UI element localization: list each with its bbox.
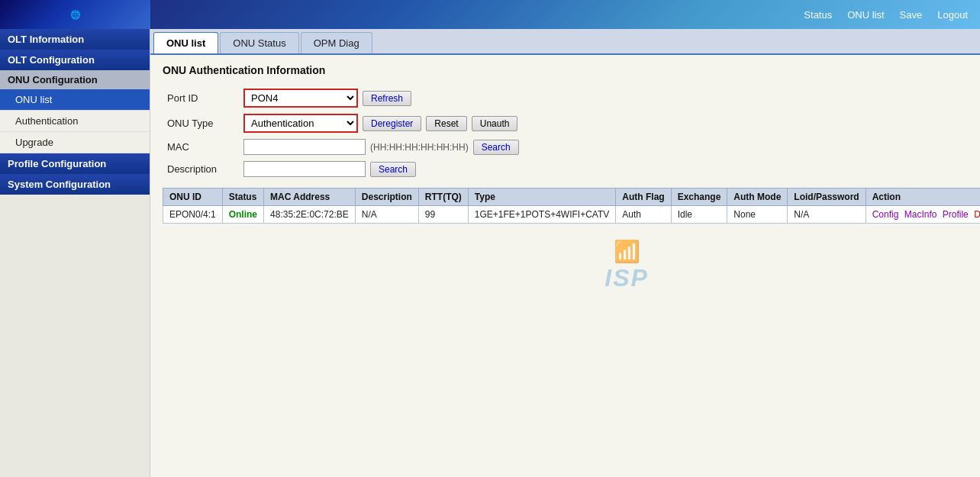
description-input[interactable]: [243, 161, 366, 177]
cell-loid-password: N/A: [788, 206, 866, 224]
col-description: Description: [355, 189, 418, 206]
form-table: Port ID PON1 PON2 PON3 PON4 PON5 PON6 PO…: [163, 85, 524, 180]
sidebar-item-system-configuration[interactable]: System Configuration: [0, 174, 150, 195]
sidebar: OLT Information OLT Configuration ONU Co…: [0, 29, 150, 477]
sidebar-item-onu-list[interactable]: ONU list: [0, 89, 150, 111]
cell-rtt: 99: [418, 206, 468, 224]
tab-onu-status[interactable]: ONU Status: [220, 32, 298, 53]
cell-status: Online: [222, 206, 263, 224]
top-nav: Status ONU list Save Logout: [804, 9, 968, 21]
col-auth-mode: Auth Mode: [727, 189, 788, 206]
deregister-button[interactable]: Deregister: [363, 116, 421, 131]
watermark: 📶 ISP: [163, 224, 980, 308]
port-id-row: Port ID PON1 PON2 PON3 PON4 PON5 PON6 PO…: [163, 85, 524, 111]
cell-auth-flag: Auth: [616, 206, 671, 224]
mac-control: (HH:HH:HH:HH:HH:HH) Search: [243, 139, 519, 155]
onu-type-row: ONU Type Authentication All Deregister R…: [163, 111, 524, 136]
search-mac-button[interactable]: Search: [473, 140, 519, 155]
layout: OLT Information OLT Configuration ONU Co…: [0, 29, 980, 477]
main-content: ONU list ONU Status OPM Diag ONU Authent…: [150, 29, 980, 477]
sidebar-item-upgrade[interactable]: Upgrade: [0, 132, 150, 153]
tab-opm-diag[interactable]: OPM Diag: [301, 32, 372, 53]
wifi-icon: 📶: [604, 239, 649, 264]
refresh-button[interactable]: Refresh: [363, 91, 411, 106]
top-header: 🌐 Status ONU list Save Logout: [0, 0, 980, 29]
col-loid-password: Loid/Password: [788, 189, 866, 206]
data-table: ONU ID Status MAC Address Description RT…: [163, 188, 980, 224]
cell-type: 1GE+1FE+1POTS+4WIFI+CATV: [468, 206, 616, 224]
sidebar-item-profile-configuration[interactable]: Profile Configuration: [0, 153, 150, 174]
mac-hint: (HH:HH:HH:HH:HH:HH): [370, 142, 469, 153]
col-exchange: Exchange: [671, 189, 727, 206]
mac-row: MAC (HH:HH:HH:HH:HH:HH) Search: [163, 136, 524, 158]
nav-logout[interactable]: Logout: [937, 9, 968, 21]
col-action: Action: [866, 189, 980, 206]
page-title: ONU Authentication Information: [163, 64, 980, 76]
search-desc-button[interactable]: Search: [370, 162, 416, 177]
col-type: Type: [468, 189, 616, 206]
unauth-button[interactable]: Unauth: [472, 116, 518, 131]
description-label: Description: [163, 158, 239, 180]
tab-onu-list[interactable]: ONU list: [153, 32, 218, 53]
description-row: Description Search: [163, 158, 524, 180]
logo-text: 🌐: [70, 10, 81, 20]
mac-label: MAC: [163, 136, 239, 158]
reset-button[interactable]: Reset: [426, 116, 466, 131]
description-control: Search: [243, 161, 519, 177]
cell-action: Config MacInfo Profile Deregister Reset …: [866, 206, 980, 224]
nav-save[interactable]: Save: [900, 9, 923, 21]
sidebar-item-olt-information[interactable]: OLT Information: [0, 29, 150, 50]
nav-status[interactable]: Status: [804, 9, 832, 21]
port-id-select[interactable]: PON1 PON2 PON3 PON4 PON5 PON6 PON7 PON8: [243, 89, 358, 108]
action-deregister[interactable]: Deregister: [974, 209, 980, 220]
col-rtt: RTT(TQ): [418, 189, 468, 206]
nav-onu-list[interactable]: ONU list: [847, 9, 884, 21]
col-status: Status: [222, 189, 263, 206]
table-body: EPON0/4:1 Online 48:35:2E:0C:72:BE N/A 9…: [163, 206, 981, 224]
isp-text: ISP: [604, 264, 649, 292]
sidebar-item-authentication[interactable]: Authentication: [0, 111, 150, 132]
col-auth-flag: Auth Flag: [616, 189, 671, 206]
logo: 🌐: [0, 0, 150, 29]
action-macinfo[interactable]: MacInfo: [904, 209, 937, 220]
table-row: EPON0/4:1 Online 48:35:2E:0C:72:BE N/A 9…: [163, 206, 981, 224]
port-id-label: Port ID: [163, 85, 239, 111]
cell-description: N/A: [355, 206, 418, 224]
tab-bar: ONU list ONU Status OPM Diag: [150, 29, 980, 55]
isp-logo: 📶 ISP: [604, 239, 649, 292]
onu-type-control: Authentication All Deregister Reset Unau…: [243, 114, 519, 133]
cell-auth-mode: None: [727, 206, 788, 224]
page-content: ONU Authentication Information Port ID P…: [150, 55, 980, 317]
onu-type-label: ONU Type: [163, 111, 239, 136]
action-config[interactable]: Config: [872, 209, 899, 220]
mac-input[interactable]: [243, 139, 366, 155]
onu-type-select[interactable]: Authentication All: [243, 114, 358, 133]
col-onu-id: ONU ID: [163, 189, 223, 206]
cell-mac: 48:35:2E:0C:72:BE: [264, 206, 356, 224]
cell-exchange: Idle: [671, 206, 727, 224]
sidebar-item-olt-configuration[interactable]: OLT Configuration: [0, 50, 150, 70]
port-id-control: PON1 PON2 PON3 PON4 PON5 PON6 PON7 PON8 …: [243, 89, 519, 108]
cell-onu-id: EPON0/4:1: [163, 206, 223, 224]
sidebar-item-onu-configuration[interactable]: ONU Configuration: [0, 70, 150, 89]
col-mac: MAC Address: [264, 189, 356, 206]
action-profile[interactable]: Profile: [943, 209, 969, 220]
table-header: ONU ID Status MAC Address Description RT…: [163, 189, 981, 206]
